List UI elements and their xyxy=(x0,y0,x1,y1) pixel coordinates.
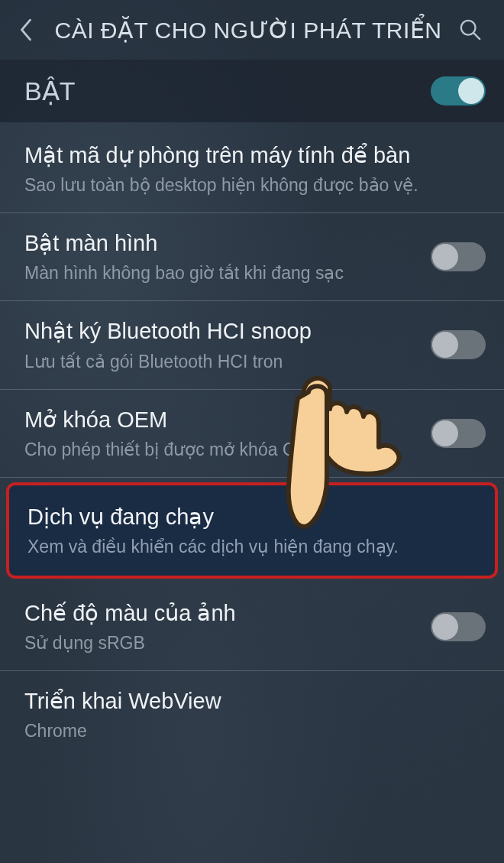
setting-title: Nhật ký Bluetooth HCI snoop xyxy=(24,316,418,346)
setting-webview[interactable]: Triển khai WebView Chrome xyxy=(0,671,504,758)
setting-bluetooth-hci[interactable]: Nhật ký Bluetooth HCI snoop Lưu tất cả g… xyxy=(0,301,504,389)
setting-title: Chế độ màu của ảnh xyxy=(24,599,418,628)
setting-text: Dịch vụ đang chạy Xem và điều khiển các … xyxy=(27,502,477,559)
setting-title: Mật mã dự phòng trên máy tính để bàn xyxy=(24,141,486,170)
setting-text: Mật mã dự phòng trên máy tính để bàn Sao… xyxy=(24,141,486,197)
setting-subtitle: Lưu tất cả gói Bluetooth HCI tron xyxy=(24,350,418,374)
setting-toggle[interactable] xyxy=(431,330,486,359)
svg-line-1 xyxy=(474,34,480,40)
master-toggle-row[interactable]: BẬT xyxy=(0,60,504,122)
svg-point-0 xyxy=(461,21,476,35)
setting-text: Bật màn hình Màn hình không bao giờ tắt … xyxy=(24,229,418,285)
setting-text: Chế độ màu của ảnh Sử dụng sRGB xyxy=(24,599,418,655)
app-header: CÀI ĐẶT CHO NGƯỜI PHÁT TRIỂN xyxy=(0,0,504,60)
setting-subtitle: Sao lưu toàn bộ desktop hiện không được … xyxy=(24,174,486,197)
setting-text: Nhật ký Bluetooth HCI snoop Lưu tất cả g… xyxy=(24,316,418,373)
back-button[interactable] xyxy=(6,10,46,50)
page-title: CÀI ĐẶT CHO NGƯỜI PHÁT TRIỂN xyxy=(46,17,451,44)
settings-list: Mật mã dự phòng trên máy tính để bàn Sao… xyxy=(0,122,504,758)
setting-title: Bật màn hình xyxy=(24,229,418,258)
setting-oem-unlock[interactable]: Mở khóa OEM Cho phép thiết bị được mở kh… xyxy=(0,390,504,478)
search-icon xyxy=(459,18,482,41)
setting-stay-awake[interactable]: Bật màn hình Màn hình không bao giờ tắt … xyxy=(0,213,504,301)
setting-title: Mở khóa OEM xyxy=(24,405,418,435)
setting-toggle[interactable] xyxy=(431,419,486,448)
setting-title: Dịch vụ đang chạy xyxy=(27,502,477,532)
setting-subtitle: Sử dụng sRGB xyxy=(24,631,418,655)
setting-subtitle: Cho phép thiết bị được mở khóa OEM. xyxy=(24,438,418,462)
setting-toggle[interactable] xyxy=(431,612,486,641)
setting-text: Triển khai WebView Chrome xyxy=(24,686,486,743)
setting-subtitle: Xem và điều khiển các dịch vụ hiện đang … xyxy=(27,535,477,559)
setting-subtitle: Màn hình không bao giờ tắt khi đang sạc xyxy=(24,261,418,285)
setting-running-services[interactable]: Dịch vụ đang chạy Xem và điều khiển các … xyxy=(6,482,498,579)
setting-text: Mở khóa OEM Cho phép thiết bị được mở kh… xyxy=(24,405,418,462)
master-toggle[interactable] xyxy=(431,76,486,105)
setting-picture-color[interactable]: Chế độ màu của ảnh Sử dụng sRGB xyxy=(0,583,504,671)
setting-toggle[interactable] xyxy=(431,242,486,271)
setting-title: Triển khai WebView xyxy=(24,686,486,716)
setting-backup-password[interactable]: Mật mã dự phòng trên máy tính để bàn Sao… xyxy=(0,125,504,213)
chevron-left-icon xyxy=(18,17,34,43)
search-button[interactable] xyxy=(451,10,490,50)
master-toggle-label: BẬT xyxy=(24,76,431,106)
setting-subtitle: Chrome xyxy=(24,719,486,743)
